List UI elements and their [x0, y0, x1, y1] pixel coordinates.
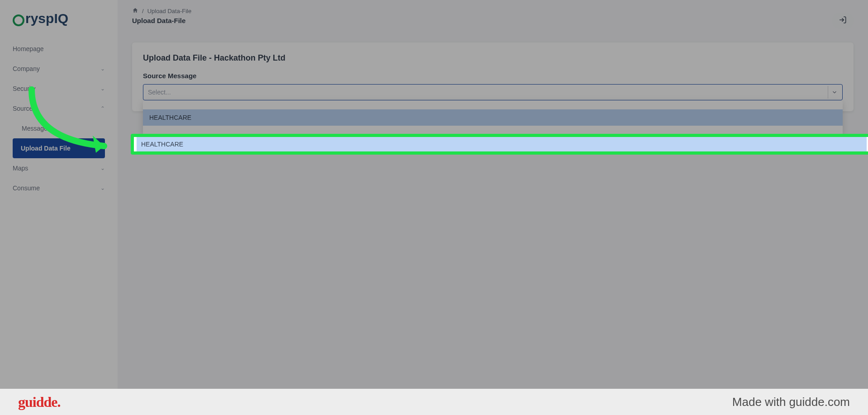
footer: guidde. Made with guidde.com	[0, 389, 868, 415]
sidebar-item-label: Homepage	[13, 45, 44, 52]
app-logo: ryspIQ	[0, 11, 118, 35]
upload-card: Upload Data File - Hackathon Pty Ltd Sou…	[132, 42, 854, 111]
dropdown-panel: HEALTHCARE	[143, 100, 843, 135]
dropdown-option[interactable]	[143, 126, 843, 132]
dropdown-option-healthcare[interactable]: HEALTHCARE	[143, 109, 843, 126]
sidebar-item-homepage[interactable]: Homepage	[0, 39, 118, 59]
card-title: Upload Data File - Hackathon Pty Ltd	[143, 53, 843, 63]
dropdown-option[interactable]	[143, 103, 843, 109]
sidebar-item-company[interactable]: Company ⌄	[0, 59, 118, 79]
chevron-down-icon	[828, 86, 840, 99]
sidebar-item-label: Consume	[13, 184, 40, 192]
page-title: Upload Data-File	[132, 17, 854, 24]
guidde-logo: guidde.	[18, 394, 60, 410]
breadcrumb-separator: /	[142, 8, 144, 14]
made-with-text: Made with guidde.com	[732, 395, 850, 409]
main-content: / Upload Data-File Upload Data-File Uplo…	[118, 0, 868, 389]
chevron-down-icon: ⌄	[100, 185, 105, 191]
dropdown-option-healthcare-highlight: HEALTHCARE	[137, 137, 867, 151]
sidebar-item-consume[interactable]: Consume ⌄	[0, 178, 118, 198]
nav-list: Homepage Company ⌄ Security ⌄ Source ⌃ M…	[0, 35, 118, 202]
sidebar-item-source[interactable]: Source ⌃	[0, 99, 118, 118]
breadcrumb-current: Upload Data-File	[147, 8, 192, 14]
select-placeholder: Select...	[148, 89, 171, 96]
sidebar-item-label: Messages	[22, 125, 51, 132]
chevron-down-icon: ⌄	[100, 165, 105, 171]
sidebar: ryspIQ Homepage Company ⌄ Security ⌄ Sou…	[0, 0, 118, 389]
sidebar-item-upload-data-file[interactable]: Upload Data File	[13, 138, 105, 158]
dropdown-option-label: HEALTHCARE	[149, 114, 191, 121]
sidebar-item-label: Security	[13, 85, 36, 92]
source-message-select[interactable]: Select...	[143, 84, 843, 100]
sidebar-item-label: Upload Data File	[21, 145, 71, 152]
field-label-source-message: Source Message	[143, 72, 843, 80]
home-icon[interactable]	[132, 7, 138, 15]
logout-icon	[839, 16, 847, 26]
annotation-cutout: HEALTHCARE	[134, 136, 868, 153]
sidebar-item-label: Company	[13, 65, 40, 72]
logout-button[interactable]	[832, 13, 854, 29]
sidebar-item-messages[interactable]: Messages	[0, 118, 118, 138]
sidebar-item-label: Maps	[13, 165, 28, 172]
chevron-down-icon: ⌄	[100, 66, 105, 72]
sidebar-item-label: Source	[13, 105, 33, 112]
chevron-up-icon: ⌃	[100, 105, 105, 112]
sidebar-item-security[interactable]: Security ⌄	[0, 79, 118, 99]
chevron-down-icon: ⌄	[100, 85, 105, 92]
sidebar-item-maps[interactable]: Maps ⌄	[0, 158, 118, 178]
breadcrumb: / Upload Data-File	[132, 7, 854, 15]
